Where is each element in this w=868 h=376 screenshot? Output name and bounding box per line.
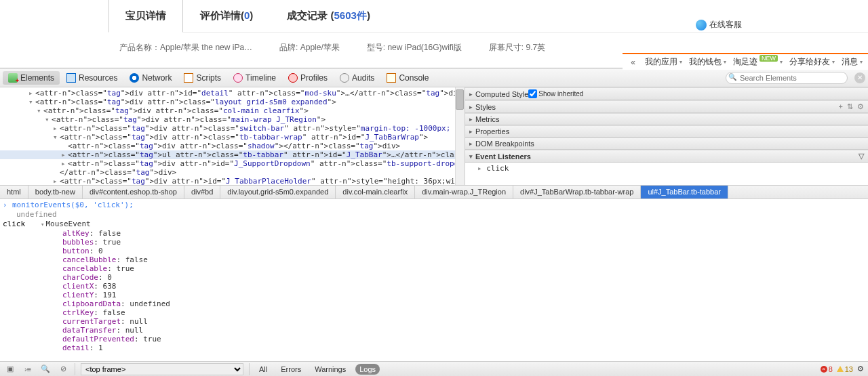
panel-elements[interactable]: Elements	[3, 71, 60, 85]
resources-icon	[66, 73, 76, 83]
dom-node[interactable]: ▾<attr-n">class="tag">div attr-n">class=…	[0, 106, 465, 115]
breadcrumb-item[interactable]: div#bd	[184, 186, 220, 199]
breadcrumb-item[interactable]: div.main-wrap.J_TRegion	[415, 186, 513, 199]
filter-logs[interactable]: Logs	[355, 364, 380, 375]
divider	[75, 363, 75, 375]
chevron-right-icon: ▸	[469, 91, 473, 98]
console-output[interactable]: › monitorEvents($0, 'click'); undefined …	[0, 199, 868, 361]
panel-audits[interactable]: Audits	[334, 71, 380, 85]
panel-resources[interactable]: Resources	[61, 71, 123, 85]
dom-node[interactable]: ▾<attr-n">class="tag">div attr-n">class=…	[0, 133, 465, 142]
panel-label: Audits	[352, 73, 374, 83]
filter-all[interactable]: All	[255, 364, 271, 375]
toolbar-footprint[interactable]: 淘足迹NEW▾	[733, 56, 783, 68]
panel-profiles[interactable]: Profiles	[283, 71, 333, 85]
scroll-thumb[interactable]	[456, 89, 464, 110]
dock-icon[interactable]: ▣	[4, 363, 16, 375]
spec-screen: 屏幕尺寸: 9.7英	[489, 42, 545, 54]
panel-timeline[interactable]: Timeline	[228, 71, 281, 85]
clear-icon[interactable]: ⊘	[57, 363, 69, 375]
dom-node[interactable]: ▸<attr-n">class="tag">div attr-n">class=…	[0, 124, 465, 133]
error-icon: ×	[821, 366, 827, 373]
section-properties[interactable]: ▸Properties	[465, 125, 868, 138]
audits-icon	[340, 73, 349, 83]
chevron-right-icon: ▸	[477, 164, 486, 173]
object-property: charCode: 0	[54, 273, 865, 282]
gear-icon[interactable]: ⚙	[857, 102, 864, 111]
toolbar-item-label: 消息	[842, 56, 858, 68]
dom-node[interactable]: </attr-n">class="tag">div>	[0, 168, 465, 177]
search-icon[interactable]: 🔍	[39, 363, 52, 375]
taobao-toolbar: « 我的应用▾ 我的钱包▾ 淘足迹NEW▾ 分享给好友▾ 消息▾	[623, 53, 868, 70]
section-computed-style[interactable]: ▸ Computed Style Show inherited	[465, 87, 868, 100]
toggle-state-icon[interactable]: ⇅	[847, 102, 853, 111]
breadcrumb-item[interactable]: body.tb-new	[28, 186, 83, 199]
close-icon[interactable]: ✕	[854, 72, 865, 83]
object-property: cancelable: true	[54, 264, 865, 273]
error-count[interactable]: ×8	[821, 365, 833, 373]
panel-label: Elements	[20, 73, 54, 83]
section-title: Event Listeners	[475, 152, 531, 161]
section-styles[interactable]: ▸ Styles + ⇅ ⚙	[465, 100, 868, 113]
gear-icon[interactable]: ⚙	[857, 364, 864, 373]
wangwang-icon	[696, 20, 707, 30]
dom-node[interactable]: ▸<attr-n">class="tag">div attr-n">id="J_…	[0, 177, 465, 185]
show-console-icon[interactable]: ›≡	[22, 363, 34, 375]
toolbar-share[interactable]: 分享给好友▾	[789, 56, 835, 68]
filter-icon[interactable]: ▽	[859, 152, 864, 161]
divider	[249, 363, 250, 375]
breadcrumb-item[interactable]: div.layout.grid-s5m0.expanded	[220, 186, 336, 199]
tab-item-transactions[interactable]: 成交记录 (5603件)	[270, 0, 387, 33]
online-service-label: 在线客服	[709, 19, 742, 30]
dom-tree[interactable]: ▸<attr-n">class="tag">div attr-n">id="de…	[0, 87, 465, 185]
tab-item-details[interactable]: 宝贝详情	[108, 0, 183, 33]
warning-icon	[837, 366, 844, 372]
panel-network[interactable]: Network	[124, 71, 177, 85]
panel-scripts[interactable]: Scripts	[178, 71, 226, 85]
elements-panel: ▸<attr-n">class="tag">div attr-n">id="de…	[0, 87, 868, 186]
breadcrumb-item[interactable]: div#J_TabBarWrap.tb-tabbar-wrap	[513, 186, 641, 199]
filter-warnings[interactable]: Warnings	[311, 364, 350, 375]
section-title: Computed Style	[475, 90, 528, 98]
warning-number: 13	[845, 365, 853, 373]
dom-node[interactable]: <attr-n">class="tag">div attr-n">class="…	[0, 142, 465, 150]
object-property: altKey: false	[54, 229, 865, 238]
breadcrumb-item[interactable]: html	[0, 186, 28, 199]
dom-node[interactable]: ▸<attr-n">class="tag">ul attr-n">class="…	[0, 150, 465, 159]
section-dom-breakpoints[interactable]: ▸DOM Breakpoints	[465, 138, 868, 150]
dom-node[interactable]: ▸<attr-n">class="tag">div attr-n">id="de…	[0, 89, 465, 98]
chevron-down-icon: ▾	[780, 59, 783, 65]
object-property: cancelBubble: false	[54, 255, 865, 264]
scrollbar-vertical[interactable]	[455, 87, 465, 185]
toolbar-item-label: 我的应用	[645, 56, 677, 68]
chevron-down-icon[interactable]: ▾	[41, 221, 44, 228]
search-input[interactable]	[726, 72, 848, 84]
online-service-link[interactable]: 在线客服	[696, 19, 742, 30]
toolbar-messages[interactable]: 消息▾	[842, 56, 863, 68]
checkbox[interactable]	[528, 89, 537, 98]
toolbar-my-wallet[interactable]: 我的钱包▾	[689, 56, 726, 68]
dom-node[interactable]: ▾<attr-n">class="tag">div attr-n">class=…	[0, 98, 465, 106]
show-inherited-checkbox[interactable]: Show inherited	[528, 89, 583, 98]
new-style-icon[interactable]: +	[839, 102, 843, 111]
section-event-listeners[interactable]: ▾Event Listeners▽	[465, 150, 868, 163]
toolbar-my-apps[interactable]: 我的应用▾	[645, 56, 682, 68]
panel-console[interactable]: Console	[381, 71, 434, 85]
section-title: Properties	[475, 127, 509, 135]
event-listener-item[interactable]: ▸ click	[465, 163, 868, 174]
breadcrumb-item[interactable]: div#content.eshop.tb-shop	[83, 186, 184, 199]
toolbar-prev-icon[interactable]: «	[628, 58, 638, 67]
toolbar-item-label: 我的钱包	[689, 56, 722, 68]
tab-item-reviews[interactable]: 评价详情(0)	[183, 0, 270, 33]
warning-count[interactable]: 13	[837, 365, 853, 373]
breadcrumb-item[interactable]: div.col-main.clearfix	[336, 186, 415, 199]
dom-node[interactable]: ▾<attr-n">class="tag">div attr-n">class=…	[0, 115, 465, 124]
event-object-name[interactable]: MouseEvent	[45, 220, 90, 228]
webpage-content: 宝贝详情 评价详情(0) 成交记录 (5603件) 在线客服 产品名称：Appl…	[0, 0, 868, 68]
filter-errors[interactable]: Errors	[277, 364, 305, 375]
console-icon	[387, 73, 396, 83]
dom-node[interactable]: ▸<attr-n">class="tag">div attr-n">id="J_…	[0, 159, 465, 168]
frame-selector[interactable]: <top frame>	[81, 363, 243, 375]
breadcrumb-item[interactable]: ul#J_TabBar.tb-tabbar	[641, 186, 728, 199]
section-metrics[interactable]: ▸Metrics	[465, 113, 868, 125]
